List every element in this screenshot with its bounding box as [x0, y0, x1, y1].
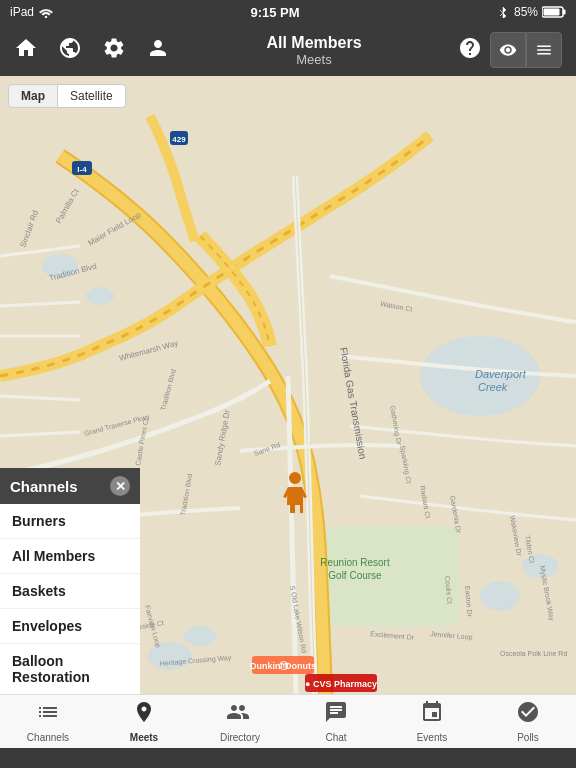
tab-meets[interactable]: Meets: [96, 700, 192, 743]
person-marker-icon: [280, 471, 310, 519]
status-left: iPad: [10, 5, 54, 19]
person-icon[interactable]: [146, 36, 170, 65]
nav-title: All Members Meets: [266, 33, 361, 68]
person-marker: [280, 471, 310, 519]
svg-rect-3: [543, 9, 559, 16]
svg-point-7: [86, 287, 114, 305]
tab-chat[interactable]: Chat: [288, 700, 384, 743]
eye-button[interactable]: [490, 32, 526, 68]
tab-events-label: Events: [417, 732, 448, 743]
svg-text:429: 429: [172, 135, 186, 144]
tab-events[interactable]: Events: [384, 700, 480, 743]
tab-bar: Channels Meets Directory Chat Events Pol…: [0, 694, 576, 748]
chat-tab-icon: [324, 700, 348, 730]
channels-title: Channels: [10, 478, 78, 495]
svg-text:Creek: Creek: [478, 381, 508, 393]
nav-bar: All Members Meets: [0, 24, 576, 76]
svg-text:Davenport: Davenport: [475, 368, 527, 380]
nav-left-icons: [14, 36, 170, 65]
svg-rect-2: [563, 10, 566, 15]
tab-meets-label: Meets: [130, 732, 158, 743]
status-right: 85%: [496, 5, 566, 19]
channel-item-envelopes[interactable]: Envelopes: [0, 609, 140, 644]
svg-text:Reunion Resort: Reunion Resort: [320, 557, 390, 568]
battery-icon: [542, 6, 566, 18]
battery-label: 85%: [514, 5, 538, 19]
channel-item-baskets[interactable]: Baskets: [0, 574, 140, 609]
svg-text:Golf Course: Golf Course: [328, 570, 382, 581]
tab-polls[interactable]: Polls: [480, 700, 576, 743]
menu-button[interactable]: [526, 32, 562, 68]
status-time: 9:15 PM: [250, 5, 299, 20]
channels-tab-icon: [36, 700, 60, 730]
channel-item-burners[interactable]: Burners: [0, 504, 140, 539]
svg-point-59: [289, 472, 301, 484]
svg-text:ⓜ: ⓜ: [279, 661, 289, 671]
tab-directory[interactable]: Directory: [192, 700, 288, 743]
channel-item-all-members[interactable]: All Members: [0, 539, 140, 574]
svg-text:Osceola Polk Line Rd: Osceola Polk Line Rd: [500, 650, 567, 657]
channels-panel: Channels ✕ Burners All Members Baskets E…: [0, 468, 140, 694]
tab-polls-label: Polls: [517, 732, 539, 743]
map-toggle-satellite[interactable]: Satellite: [58, 84, 126, 108]
map-container[interactable]: I-4 429 192: [0, 76, 576, 694]
directory-tab-icon: [226, 700, 254, 730]
svg-text:I-4: I-4: [77, 165, 87, 174]
map-toggle: Map Satellite: [8, 84, 126, 108]
bluetooth-icon: [496, 6, 510, 18]
tab-chat-label: Chat: [325, 732, 346, 743]
svg-point-10: [480, 581, 520, 611]
nav-title-sub: Meets: [266, 52, 361, 68]
tab-channels-label: Channels: [27, 732, 69, 743]
channel-item-balloon-restoration[interactable]: Balloon Restoration: [0, 644, 140, 694]
help-icon[interactable]: [458, 36, 482, 65]
status-bar: iPad 9:15 PM 85%: [0, 0, 576, 24]
svg-text:● CVS Pharmacy: ● CVS Pharmacy: [305, 679, 377, 689]
settings-icon[interactable]: [102, 36, 126, 65]
map-toggle-map[interactable]: Map: [8, 84, 58, 108]
home-icon[interactable]: [14, 36, 38, 65]
tab-directory-label: Directory: [220, 732, 260, 743]
meets-tab-icon: [132, 700, 156, 730]
nav-title-main: All Members: [266, 33, 361, 52]
polls-tab-icon: [516, 700, 540, 730]
tab-channels[interactable]: Channels: [0, 700, 96, 743]
nav-right-buttons: [490, 32, 562, 68]
channels-header: Channels ✕: [0, 468, 140, 504]
channels-close-button[interactable]: ✕: [110, 476, 130, 496]
carrier-label: iPad: [10, 5, 34, 19]
svg-point-9: [184, 626, 216, 646]
svg-point-0: [45, 16, 47, 18]
globe-icon[interactable]: [58, 36, 82, 65]
wifi-icon: [38, 6, 54, 18]
events-tab-icon: [420, 700, 444, 730]
